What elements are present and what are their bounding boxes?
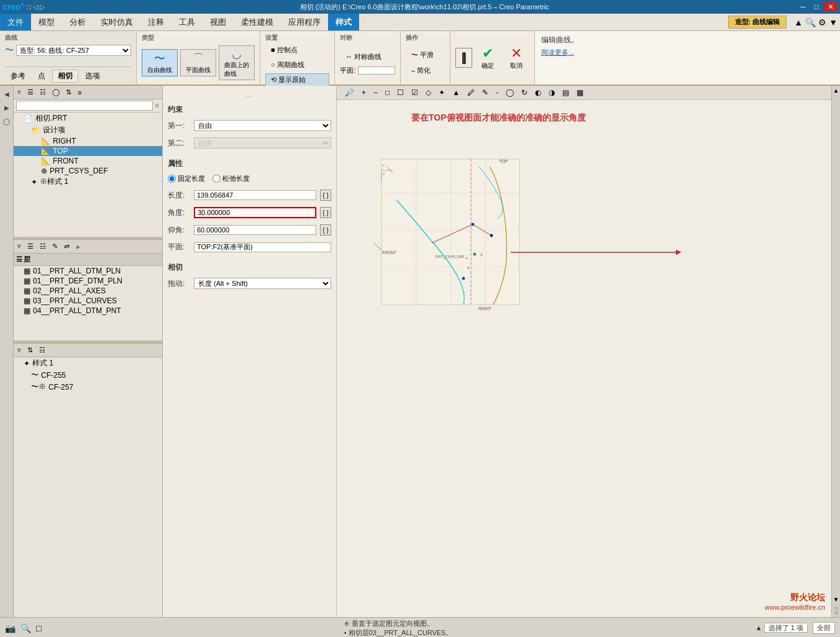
menu-annotation[interactable]: 注释 — [140, 14, 171, 30]
subtab-options[interactable]: 选项 — [80, 70, 106, 83]
tree-root[interactable]: 📄 相切.PRT — [14, 112, 162, 124]
vp-btn-14[interactable]: ↻ — [518, 87, 531, 98]
layer-item-3[interactable]: ▦ 02__PRT_ALL_AXES — [14, 286, 162, 296]
menu-flexible[interactable]: 柔性建模 — [234, 14, 281, 30]
nav-up-icon[interactable]: ▲ — [794, 17, 803, 27]
menu-model[interactable]: 模型 — [31, 14, 62, 30]
tree-csys[interactable]: ⊕ PRT_CSYS_DEF — [14, 166, 162, 176]
free-curve-btn[interactable]: 〜 自由曲线 — [142, 49, 178, 76]
vp-btn-4[interactable]: □ — [382, 87, 393, 98]
menu-file[interactable]: 文件 — [0, 14, 31, 30]
vp-btn-8[interactable]: ✦ — [436, 87, 448, 98]
layer-more-btn[interactable]: » — [73, 242, 82, 252]
strip-btn-2[interactable]: ▶ — [1, 102, 12, 113]
pitch-formula-btn[interactable]: { } — [320, 224, 331, 236]
tree-right-plane[interactable]: 📐 RIGHT — [14, 136, 162, 146]
tree-style1[interactable]: ✦ ※样式 1 — [14, 176, 162, 188]
vp-zoom-fit[interactable]: 🔎 — [342, 87, 357, 98]
vp-btn-13[interactable]: ◯ — [503, 87, 517, 98]
nav-expand-icon[interactable]: ▼ — [829, 17, 838, 27]
drag-select[interactable]: 长度 (Alt + Shift) — [194, 278, 331, 289]
strip-btn-3[interactable]: ◯ — [1, 116, 12, 127]
vp-zoom-out[interactable]: − — [370, 87, 381, 98]
angle-formula-btn[interactable]: { } — [320, 207, 331, 218]
layer-move-btn[interactable]: ⇌ — [62, 241, 72, 252]
vp-btn-5[interactable]: ☐ — [394, 87, 407, 98]
layer-item-4[interactable]: ▦ 03__PRT_ALL_CURVES — [14, 296, 162, 306]
pitch-input[interactable] — [194, 225, 316, 235]
planar-curve-btn[interactable]: ⌒ 平面曲线 — [180, 49, 216, 76]
vp-btn-10[interactable]: 🖉 — [464, 87, 478, 98]
second-constraint-select[interactable]: 自由 — [194, 137, 331, 149]
search-clear-btn[interactable]: ✕ — [154, 102, 160, 110]
vp-btn-12[interactable]: ◦ — [493, 87, 501, 98]
curve-selector[interactable]: 造型: 56: 曲线: CF-257 — [16, 45, 131, 56]
layer-item-5[interactable]: ▦ 04__PRT_ALL_DTM_PNT — [14, 306, 162, 316]
nav-settings-icon[interactable]: ⚙ — [818, 17, 826, 27]
surface-curve-btn[interactable]: ◡ 曲面上的曲线 — [219, 45, 255, 80]
smooth-btn[interactable]: 〜 平滑 — [406, 48, 445, 62]
strip-btn-1[interactable]: ◀ — [1, 88, 12, 99]
filter-icon[interactable]: ▿ — [15, 87, 24, 98]
periodic-curve-btn[interactable]: ○ 周期曲线 — [265, 58, 329, 71]
vp-btn-18[interactable]: ▩ — [573, 87, 587, 98]
layer-item-2[interactable]: ▦ 01__PRT_DEF_DTM_PLN — [14, 276, 162, 286]
vp-btn-6[interactable]: ☑ — [408, 87, 421, 98]
scroll-up-btn[interactable]: ▲ — [832, 86, 840, 95]
expand-btn[interactable]: ◯ — [50, 87, 62, 98]
grid-view-btn[interactable]: ☷ — [37, 87, 48, 98]
length-input[interactable] — [194, 190, 316, 200]
vp-btn-11[interactable]: ✎ — [479, 87, 491, 98]
layer-item-1[interactable]: ▦ 01__PRT_ALL_DTM_PLN — [14, 266, 162, 276]
plane-sym-input[interactable] — [358, 66, 395, 75]
vp-btn-17[interactable]: ▤ — [559, 87, 572, 98]
tree-front-plane[interactable]: 📐 FRONT — [14, 156, 162, 166]
right-scrollbar[interactable]: ▲ ▼ 0.0 — [831, 86, 840, 617]
menu-analysis[interactable]: 分析 — [62, 14, 93, 30]
scroll-down-btn[interactable]: ▼ — [832, 595, 840, 604]
free-length-radio[interactable]: 松弛长度 — [212, 174, 250, 183]
subtab-ref[interactable]: 参考 — [5, 70, 31, 83]
layer-edit-btn[interactable]: ✎ — [50, 241, 60, 252]
menu-tools[interactable]: 工具 — [171, 14, 203, 30]
nav-search-icon[interactable]: 🔍 — [805, 17, 816, 27]
subtab-point[interactable]: 点 — [32, 70, 51, 83]
pause-btn[interactable]: ‖ — [455, 48, 472, 68]
status-icon-3[interactable]: □ — [36, 623, 41, 633]
vp-btn-9[interactable]: ▲ — [449, 87, 463, 98]
symmetric-curve-btn[interactable]: ↔ 对称曲线 — [340, 50, 395, 63]
ribbon-help-link[interactable]: 阅读更多... — [541, 48, 834, 57]
tree-search-input[interactable] — [16, 101, 153, 111]
close-button[interactable]: ✕ — [824, 2, 838, 11]
style-filter-icon[interactable]: ▿ — [15, 345, 24, 355]
menu-simulation[interactable]: 实时仿真 — [93, 14, 140, 30]
layer-grid-btn[interactable]: ☷ — [37, 241, 48, 252]
cancel-btn[interactable]: ✕ 取消 — [503, 42, 529, 73]
vp-btn-16[interactable]: ◑ — [546, 87, 558, 98]
menu-style[interactable]: 样式 — [328, 14, 359, 30]
length-formula-btn[interactable]: { } — [320, 190, 331, 201]
style-list-btn[interactable]: ☷ — [37, 345, 48, 355]
layer-filter-icon[interactable]: ▿ — [15, 241, 24, 252]
angle-input[interactable] — [194, 207, 316, 218]
sort-btn[interactable]: ⇅ — [63, 87, 74, 98]
style-cf257[interactable]: 〜※ CF-257 — [14, 381, 162, 393]
status-icon-1[interactable]: 📷 — [5, 623, 16, 633]
vp-zoom-in[interactable]: + — [358, 87, 369, 98]
style-sort-btn[interactable]: ⇅ — [25, 345, 35, 355]
minimize-button[interactable]: ─ — [797, 2, 810, 11]
control-points-btn[interactable]: ■ 控制点 — [265, 44, 329, 57]
plane-input[interactable] — [194, 242, 331, 252]
tree-design-item[interactable]: 📁 设计项 — [14, 124, 162, 136]
layer-list-btn[interactable]: ☰ — [25, 241, 36, 252]
fixed-length-radio[interactable]: 固定长度 — [168, 174, 205, 183]
menu-apps[interactable]: 应用程序 — [281, 14, 328, 30]
style-group-item[interactable]: ✦ 样式 1 — [14, 357, 162, 369]
list-view-btn[interactable]: ☰ — [25, 87, 36, 98]
settings-btn[interactable]: ≡ — [75, 88, 84, 98]
confirm-btn[interactable]: ✔ 确定 — [475, 42, 501, 73]
show-original-btn[interactable]: ⟲ 显示原始 — [265, 73, 329, 86]
tree-top-plane[interactable]: 📐 TOP — [14, 146, 162, 156]
first-constraint-select[interactable]: 自由 — [194, 120, 331, 131]
menu-view[interactable]: 视图 — [203, 14, 234, 30]
